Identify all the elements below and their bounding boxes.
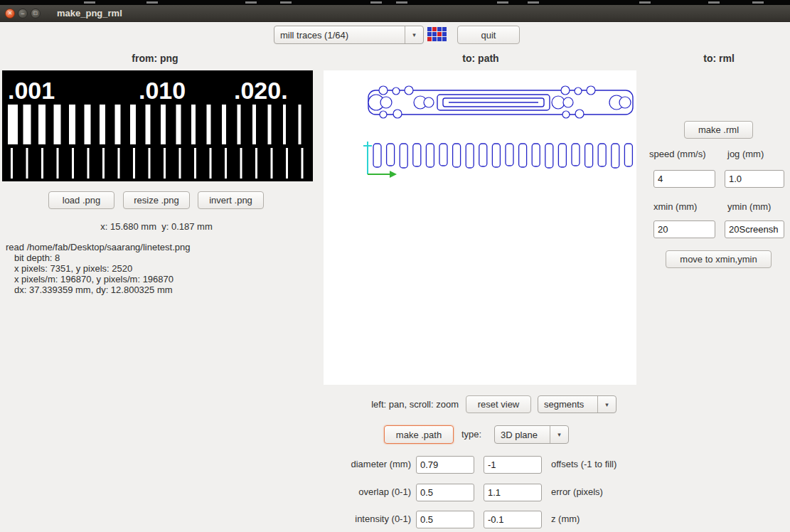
top-strip-mark [396, 1, 407, 4]
top-strip-mark [280, 1, 292, 4]
top-strip-mark [84, 1, 95, 4]
jog-input[interactable] [725, 170, 784, 188]
invert-png-button[interactable]: invert .png [198, 191, 264, 209]
fab-icon-square [437, 27, 442, 31]
offsets-input[interactable] [484, 456, 542, 474]
fab-icon-square [442, 37, 447, 41]
type-select[interactable]: 3D plane ▾ [494, 425, 569, 444]
overlap-label: overlap (0-1) [299, 486, 411, 497]
move-to-xmin-ymin-button[interactable]: move to xmin,ymin [666, 250, 772, 268]
toolpath-pads [373, 144, 632, 168]
fab-icon-square [427, 32, 432, 36]
diameter-input[interactable] [416, 456, 474, 474]
png-info-line: x pixels: 7351, y pixels: 2520 [14, 263, 190, 274]
maximize-button[interactable]: □ [31, 9, 41, 18]
type-label: type: [461, 429, 481, 440]
to-rml-header: to: rml [669, 53, 769, 64]
top-strip-mark [708, 1, 720, 4]
speed-input[interactable] [653, 170, 715, 188]
fab-icon-square [432, 27, 437, 31]
resize-png-button[interactable]: resize .png [123, 191, 190, 209]
pan-zoom-hint: left: pan, scroll: zoom [324, 399, 459, 410]
top-strip-mark [245, 1, 257, 4]
close-button[interactable]: ✕ [5, 9, 15, 18]
fab-modules-icon [427, 27, 447, 41]
view-mode-select[interactable]: segments ▾ [538, 395, 616, 413]
top-strip-mark [528, 1, 539, 4]
ymin-input[interactable] [725, 220, 784, 238]
process-select[interactable]: mill traces (1/64) ▾ [274, 26, 424, 44]
path-canvas[interactable] [324, 70, 636, 385]
png-preview-image: .001 .010 .020. [2, 70, 313, 181]
top-strip-mark [497, 1, 508, 4]
window-title: make_png_rml [57, 5, 122, 22]
fab-icon-square [427, 37, 432, 41]
fab-icon-square [442, 32, 447, 36]
xmin-input[interactable] [653, 220, 715, 238]
process-select-value: mill traces (1/64) [274, 30, 405, 41]
cursor-readout: x: 15.680 mm y: 0.187 mm [43, 221, 270, 232]
toolpath-trace [368, 86, 633, 118]
jog-label: jog (mm) [727, 149, 764, 159]
to-path-header: to: path [431, 53, 530, 64]
top-strip-mark [146, 1, 158, 4]
linetest-label-020: .020. [234, 77, 288, 104]
load-png-button[interactable]: load .png [48, 191, 114, 209]
linetest-label-010: .010 [139, 77, 186, 104]
offsets-label: offsets (-1 to fill) [551, 459, 616, 469]
chevron-down-icon: ▾ [550, 426, 568, 443]
diameter-label: diameter (mm) [299, 459, 411, 469]
origin-axis-icon [363, 142, 397, 178]
fab-icon-square [432, 32, 437, 36]
error-input[interactable] [484, 484, 542, 501]
chevron-down-icon: ▾ [597, 396, 616, 413]
xmin-label: xmin (mm) [653, 201, 697, 212]
linetest-label-001: .001 [8, 77, 55, 104]
view-mode-value: segments [538, 399, 597, 410]
png-info-line: bit depth: 8 [14, 252, 190, 263]
top-strip [0, 0, 790, 5]
z-label: z (mm) [551, 514, 580, 524]
fab-icon-square [432, 37, 437, 41]
fab-icon-square [442, 27, 447, 31]
minimize-button[interactable]: – [18, 9, 28, 18]
app-window: ✕ – □ make_png_rml mill traces (1/64) ▾ … [0, 0, 790, 532]
intensity-label: intensity (0-1) [299, 514, 411, 524]
titlebar: ✕ – □ make_png_rml [0, 5, 790, 22]
png-info-line: dx: 37.339359 mm, dy: 12.800325 mm [14, 284, 190, 295]
z-input[interactable] [484, 511, 542, 528]
top-strip-mark [370, 1, 382, 4]
png-info-line: read /home/fab/Desktop/saarang/linetest.… [6, 242, 190, 252]
fab-icon-square [437, 37, 442, 41]
type-select-value: 3D plane [495, 430, 550, 440]
fab-icon-square [437, 32, 442, 36]
quit-button[interactable]: quit [457, 26, 520, 44]
speed-label: speed (mm/s) [649, 149, 705, 159]
overlap-input[interactable] [416, 484, 474, 501]
make-rml-button[interactable]: make .rml [684, 121, 753, 139]
from-png-header: from: png [105, 53, 205, 64]
chevron-down-icon: ▾ [405, 26, 423, 43]
png-info-block: read /home/fab/Desktop/saarang/linetest.… [6, 242, 190, 295]
top-strip-mark [752, 1, 764, 4]
top-strip-mark [639, 1, 651, 4]
ymin-label: ymin (mm) [727, 201, 771, 212]
make-path-button[interactable]: make .path [384, 425, 454, 444]
reset-view-button[interactable]: reset view [466, 395, 531, 413]
fab-icon-square [427, 27, 432, 31]
png-info-line: x pixels/m: 196870, y pixels/m: 196870 [14, 274, 190, 284]
error-label: error (pixels) [551, 486, 603, 497]
intensity-input[interactable] [416, 511, 474, 528]
